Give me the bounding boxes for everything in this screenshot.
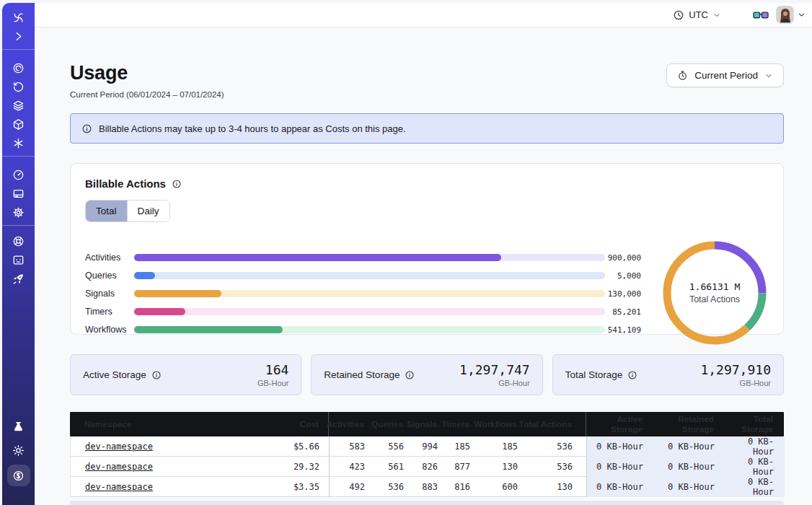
header-cell-workflows: Workflows (469, 412, 517, 436)
info-icon[interactable] (151, 370, 162, 380)
total-actions-donut-chart: 1.66131 M Total Actions (661, 239, 769, 347)
sidebar-item-billing[interactable] (2, 184, 35, 203)
storage-card-active-storage: Active Storage164GB-Hour (70, 354, 301, 395)
period-dropdown-button[interactable]: Current Period (666, 63, 784, 87)
cell-namespace: dev-namespace (71, 457, 275, 477)
bar-label: Signals (85, 289, 134, 299)
clock-icon (673, 9, 684, 21)
table-row: dev-namespace29.324235618268771305360 KB… (70, 457, 784, 477)
table-header-row: NamespaceCostActivitiesQueriesSignalsTim… (70, 412, 784, 436)
storage-card-retained-storage: Retained Storage1,297,747GB-Hour (311, 354, 542, 395)
cell-signals: 826 (404, 457, 438, 477)
billing-card-icon (12, 188, 25, 200)
storage-card-unit: GB-Hour (257, 379, 288, 387)
bar-track (134, 254, 605, 261)
sidebar-item-deployments[interactable] (2, 115, 35, 133)
user-avatar[interactable] (776, 6, 794, 24)
billable-actions-title: Billable Actions (85, 177, 166, 190)
cell-workflows: 600 (470, 477, 518, 497)
header-cell-signals: Signals (403, 412, 437, 436)
cell-workflows: 130 (470, 457, 518, 477)
dev-glasses-button[interactable] (753, 10, 769, 20)
table-row: dev-namespace$3.354925368838166001300 KB… (70, 477, 784, 497)
account-chevron-down-icon[interactable] (797, 10, 806, 19)
info-icon[interactable] (405, 370, 415, 380)
sidebar-item-cli[interactable] (2, 250, 35, 269)
header-cell-total_storage: Total Storage (728, 412, 784, 436)
table-row: dev-namespace$5.665835569941851855360 KB… (70, 436, 784, 457)
chevron-down-icon (764, 71, 773, 80)
bar-track (134, 272, 605, 279)
sidebar-nav (2, 3, 35, 505)
sidebar-item-history[interactable] (2, 77, 35, 96)
cell-total_actions: 536 (518, 436, 586, 457)
tab-total[interactable]: Total (86, 201, 127, 221)
bar-row-activities: Activities900,000 (85, 252, 641, 261)
nexus-asterisk-icon (12, 137, 25, 149)
cube-icon (12, 118, 25, 131)
bar-fill (134, 272, 155, 279)
timezone-selector[interactable]: UTC (673, 9, 721, 21)
coin-dollar-icon (12, 470, 25, 482)
sidebar-divider (2, 49, 35, 50)
bar-row-queries: Queries5,000 (85, 271, 641, 279)
info-icon[interactable] (627, 370, 637, 380)
cell-workflows: 185 (470, 436, 518, 457)
bar-label: Queries (85, 271, 134, 281)
history-icon (12, 81, 25, 93)
cell-retained_storage: 0 KB-Hour (657, 457, 728, 477)
bar-label: Timers (85, 307, 134, 317)
page-content: Usage Current Period (06/01/2024 – 07/01… (35, 27, 812, 505)
cell-retained_storage: 0 KB-Hour (657, 436, 728, 457)
bar-fill (134, 254, 501, 261)
sidebar-item-getting-started[interactable] (2, 269, 35, 288)
sidebar-item-settings[interactable] (2, 203, 35, 221)
bar-track (134, 326, 605, 333)
bar-value: 85,201 (605, 307, 641, 317)
cell-cost: $5.66 (275, 436, 329, 457)
sidebar-item-nexus[interactable] (2, 133, 35, 152)
cell-active_storage: 0 KB-Hour (586, 477, 657, 497)
sidebar-item-support[interactable] (2, 232, 35, 250)
storage-card-total-storage: Total Storage1,297,910GB-Hour (552, 354, 784, 395)
billable-actions-card: Billable Actions TotalDaily Activities90… (70, 163, 784, 335)
lifebuoy-icon (12, 235, 25, 247)
cell-timers: 816 (438, 477, 470, 497)
page-subtitle: Current Period (06/01/2024 – 07/01/2024) (70, 90, 224, 99)
bar-label: Workflows (85, 325, 134, 335)
cell-queries: 556 (365, 436, 404, 457)
bar-row-workflows: Workflows541,109 (85, 325, 641, 333)
sidebar-item-usage-billing[interactable] (7, 465, 30, 486)
storage-card-label: Active Storage (83, 369, 146, 380)
cell-total_storage: 0 KB-Hour (728, 477, 785, 497)
tab-daily[interactable]: Daily (127, 201, 169, 221)
bar-fill (134, 290, 221, 297)
namespace-link[interactable]: dev-namespace (85, 482, 153, 492)
donut-total-value: 1.66131 M (689, 281, 740, 292)
storage-card-label: Retained Storage (324, 369, 400, 380)
namespace-link[interactable]: dev-namespace (85, 462, 153, 472)
gear-icon (12, 206, 25, 219)
horizontal-scrollbar[interactable] (70, 501, 784, 505)
table-body: dev-namespace$5.665835569941851855360 KB… (70, 436, 784, 497)
sidebar-item-usage-meter[interactable] (2, 165, 35, 184)
sidebar-item-collapse-sidebar[interactable] (2, 27, 35, 45)
glasses-icon (753, 10, 769, 20)
bar-track (134, 290, 605, 297)
info-banner: Billable Actions may take up to 3-4 hour… (70, 113, 784, 144)
sidebar-item-temporal-logo[interactable] (2, 8, 35, 27)
sidebar-item-labs[interactable] (2, 417, 35, 436)
cell-total_storage: 0 KB-Hour (728, 436, 785, 457)
temporal-logo-icon (12, 12, 25, 24)
sidebar-item-theme-toggle[interactable] (2, 441, 35, 460)
namespace-link[interactable]: dev-namespace (85, 442, 153, 452)
sidebar-item-layers[interactable] (2, 96, 35, 115)
sidebar-item-namespaces[interactable] (2, 58, 35, 77)
storage-card-unit: GB-Hour (459, 379, 530, 387)
bar-value: 541,109 (605, 325, 641, 335)
chevron-right-icon (12, 30, 25, 43)
bar-label: Activities (85, 252, 134, 263)
cell-activities: 492 (329, 477, 365, 497)
info-banner-text: Billable Actions may take up to 3-4 hour… (99, 123, 406, 134)
info-icon[interactable] (172, 179, 182, 189)
